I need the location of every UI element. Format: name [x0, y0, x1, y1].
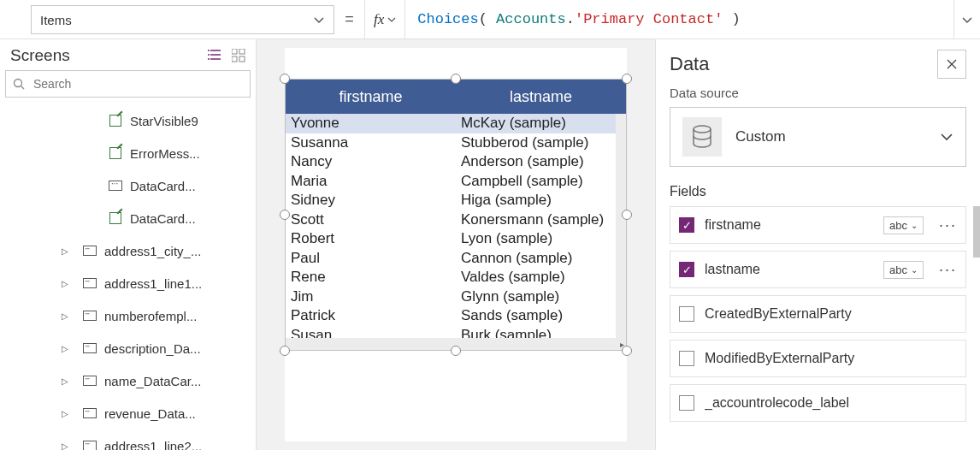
fx-button[interactable]: fx: [365, 0, 405, 38]
fields-label: Fields: [656, 167, 980, 206]
caret-right-icon[interactable]: ▷: [62, 311, 68, 321]
formula-token-string: 'Primary Contact': [575, 11, 723, 27]
tree-item[interactable]: ▷name_DataCar...: [0, 364, 256, 397]
list-view-icon[interactable]: [208, 49, 223, 62]
svg-point-7: [15, 80, 22, 87]
table-cell: Susanna: [286, 134, 456, 151]
tree-item[interactable]: ▷revenue_Data...: [0, 397, 256, 429]
field-row[interactable]: ModifiedByExternalParty: [670, 340, 966, 377]
table-row[interactable]: NancyAnderson (sample): [286, 152, 626, 172]
tree-item-label: numberofempl...: [104, 309, 197, 323]
close-icon: [946, 58, 958, 70]
field-row[interactable]: _accountrolecode_label: [670, 384, 966, 422]
grid-view-icon[interactable]: [232, 49, 245, 62]
svg-point-9: [694, 126, 711, 133]
tree-item[interactable]: ▷address1_line1...: [0, 267, 256, 299]
svg-rect-3: [232, 49, 237, 54]
data-panel: Data Data source Custom Fields ✓firstnam…: [655, 39, 980, 450]
field-type-selector[interactable]: abc⌄: [883, 261, 924, 279]
tree-item-label: address1_line1...: [104, 276, 202, 291]
resize-handle-w[interactable]: [280, 210, 290, 220]
tree-item-label: address1_city_...: [104, 244, 201, 258]
field-checkbox[interactable]: [679, 351, 694, 366]
tree-item[interactable]: ▷numberofempl...: [0, 299, 256, 332]
formula-token-func: Choices: [417, 11, 478, 27]
tree-item-label: name_DataCar...: [104, 374, 201, 388]
svg-point-2: [208, 58, 210, 60]
field-checkbox[interactable]: ✓: [679, 217, 694, 233]
resize-handle-e[interactable]: [622, 210, 632, 220]
property-selector[interactable]: Items: [31, 5, 334, 34]
card-icon: [82, 340, 97, 356]
resize-handle-nw[interactable]: [280, 74, 290, 84]
table-row[interactable]: ReneValdes (sample): [286, 268, 626, 287]
more-icon[interactable]: ···: [934, 261, 957, 279]
table-row[interactable]: ScottKonersmann (sample): [286, 210, 626, 230]
resize-handle-se[interactable]: [622, 346, 632, 356]
table-row[interactable]: MariaCampbell (sample): [286, 172, 626, 192]
caret-right-icon[interactable]: ▷: [62, 376, 68, 386]
table-row[interactable]: SidneyHiga (sample): [286, 191, 626, 210]
caret-right-icon[interactable]: ▷: [62, 344, 68, 353]
key-icon: [108, 178, 123, 193]
formula-expand-button[interactable]: [954, 0, 980, 38]
tree-item-label: StarVisible9: [130, 114, 198, 128]
table-row[interactable]: RobertLyon (sample): [286, 229, 626, 249]
fields-scrollbar[interactable]: [971, 206, 980, 450]
tree-item[interactable]: DataCard...: [0, 169, 256, 202]
table-row[interactable]: JimGlynn (sample): [286, 287, 626, 307]
table-row[interactable]: PatrickSands (sample): [286, 306, 626, 326]
resize-handle-sw[interactable]: [280, 346, 290, 356]
formula-bar: Items = fx Choices( Accounts.'Primary Co…: [0, 0, 980, 39]
caret-right-icon[interactable]: ▷: [62, 279, 68, 288]
table-cell: Lyon (sample): [456, 230, 626, 247]
search-input[interactable]: [32, 76, 243, 92]
resize-handle-n[interactable]: [451, 74, 461, 84]
chevron-down-icon: [313, 14, 325, 26]
chevron-down-icon: [387, 15, 396, 24]
tree-item[interactable]: DataCard...: [0, 202, 256, 234]
field-name: firstname: [705, 217, 873, 233]
datasource-selector[interactable]: Custom: [670, 107, 966, 167]
column-header-firstname[interactable]: firstname: [286, 80, 456, 114]
field-row[interactable]: CreatedByExternalParty: [670, 295, 966, 333]
equals-label: =: [334, 0, 365, 38]
table-row[interactable]: PaulCannon (sample): [286, 249, 626, 269]
resize-handle-s[interactable]: [451, 346, 461, 356]
tree-item[interactable]: ErrorMess...: [0, 137, 256, 169]
canvas-area[interactable]: firstname lastname YvonneMcKay (sample)S…: [257, 39, 655, 450]
formula-input[interactable]: Choices( Accounts.'Primary Contact' ): [405, 0, 954, 38]
field-row[interactable]: ✓firstnameabc⌄···: [670, 206, 966, 244]
vertical-scrollbar[interactable]: [616, 114, 626, 338]
field-checkbox[interactable]: [679, 306, 694, 322]
table-row[interactable]: SusannaStubberod (sample): [286, 133, 626, 153]
field-row[interactable]: ✓lastnameabc⌄···: [670, 251, 966, 288]
caret-right-icon[interactable]: ▷: [62, 409, 68, 418]
search-input-wrap[interactable]: [5, 70, 251, 98]
field-checkbox[interactable]: [679, 395, 694, 411]
table-cell: Valdes (sample): [456, 269, 626, 286]
search-icon: [13, 78, 25, 90]
tree-item[interactable]: ▷description_Da...: [0, 332, 256, 364]
caret-right-icon[interactable]: ▷: [62, 246, 68, 256]
table-cell: McKay (sample): [456, 115, 626, 132]
table-row[interactable]: YvonneMcKay (sample): [286, 114, 626, 133]
data-table-control[interactable]: firstname lastname YvonneMcKay (sample)S…: [285, 79, 627, 351]
table-cell: Konersmann (sample): [456, 211, 626, 228]
artboard: firstname lastname YvonneMcKay (sample)S…: [285, 48, 627, 441]
field-type-selector[interactable]: abc⌄: [883, 216, 924, 234]
column-header-lastname[interactable]: lastname: [456, 80, 626, 114]
tree-item[interactable]: StarVisible9: [0, 104, 256, 137]
more-icon[interactable]: ···: [934, 216, 957, 234]
screens-title: Screens: [10, 46, 70, 65]
tree-item[interactable]: ▷address1_line2...: [0, 429, 256, 450]
resize-handle-ne[interactable]: [622, 74, 632, 84]
close-button[interactable]: [937, 50, 966, 79]
datasource-name: Custom: [735, 128, 926, 145]
tree-item[interactable]: ▷address1_city_...: [0, 234, 256, 267]
caret-right-icon[interactable]: ▷: [62, 441, 68, 451]
svg-point-1: [208, 54, 210, 56]
field-checkbox[interactable]: ✓: [679, 262, 694, 277]
tree-item-label: DataCard...: [130, 179, 196, 193]
fields-list: ✓firstnameabc⌄···✓lastnameabc⌄···Created…: [656, 206, 980, 450]
